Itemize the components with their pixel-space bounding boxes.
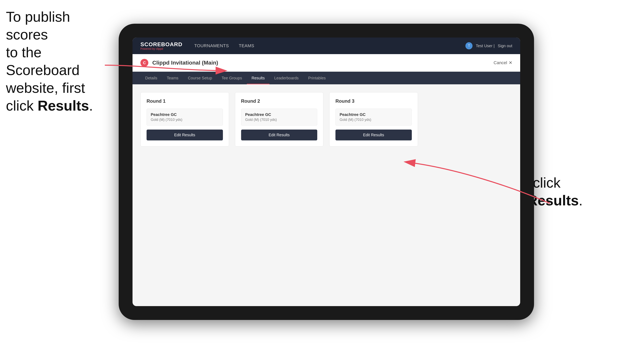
logo-text: SCOREBOARD [140,41,182,48]
tablet-device: SCOREBOARD Powered by clippd TOURNAMENTS… [119,24,534,320]
round-1-course-card: Peachtree GC Gold (M) (7010 yds) [146,109,223,126]
round-3-card: Round 3 Peachtree GC Gold (M) (7010 yds)… [329,92,418,147]
user-name: Test User | [476,44,494,48]
user-avatar: T [466,42,472,49]
round-3-course-card: Peachtree GC Gold (M) (7010 yds) [336,109,412,126]
nav-tournaments[interactable]: TOURNAMENTS [194,43,229,48]
tab-bar: Details Teams Course Setup Tee Groups Re… [132,72,520,84]
tab-printables[interactable]: Printables [304,72,330,84]
rounds-grid: Round 1 Peachtree GC Gold (M) (7010 yds)… [140,92,512,147]
round-2-course-name: Peachtree GC [245,112,313,117]
tournament-header: C Clippd Invitational (Main) Cancel ✕ [132,54,520,72]
sign-out-link[interactable]: Sign out [498,44,512,48]
round-1-course-details: Gold (M) (7010 yds) [151,118,219,122]
round-1-card: Round 1 Peachtree GC Gold (M) (7010 yds)… [140,92,229,147]
tab-results[interactable]: Results [247,72,270,84]
tournament-icon: C [140,59,148,67]
round-2-card: Round 2 Peachtree GC Gold (M) (7010 yds)… [235,92,324,147]
cancel-button[interactable]: Cancel ✕ [494,60,512,65]
instruction-results-bold: Results [38,98,89,114]
tournament-title: Clippd Invitational (Main) [152,60,494,66]
round-3-course-name: Peachtree GC [340,112,408,117]
instruction-left: To publish scores to the Scoreboard webs… [6,8,109,115]
round-2-course-details: Gold (M) (7010 yds) [245,118,313,122]
tab-leaderboards[interactable]: Leaderboards [270,72,303,84]
tab-course-setup[interactable]: Course Setup [183,72,217,84]
round-2-course-card: Peachtree GC Gold (M) (7010 yds) [241,109,318,126]
round-1-label: Round 1 [146,98,223,104]
round-2-edit-results-button[interactable]: Edit Results [241,130,318,140]
round-1-edit-results-button[interactable]: Edit Results [146,130,223,140]
tablet-screen: SCOREBOARD Powered by clippd TOURNAMENTS… [132,37,520,306]
round-1-course-name: Peachtree GC [151,112,219,117]
nav-teams[interactable]: TEAMS [239,43,254,48]
user-area: T Test User | Sign out [466,42,512,49]
round-3-edit-results-button[interactable]: Edit Results [336,130,412,140]
round-3-course-details: Gold (M) (7010 yds) [340,118,408,122]
nav-links: TOURNAMENTS TEAMS [194,43,466,48]
cancel-icon: ✕ [509,60,512,65]
tab-details[interactable]: Details [140,72,162,84]
logo-area: SCOREBOARD Powered by clippd [140,41,182,50]
main-content: Round 1 Peachtree GC Gold (M) (7010 yds)… [132,84,520,155]
round-2-label: Round 2 [241,98,318,104]
tab-tee-groups[interactable]: Tee Groups [217,72,247,84]
instruction-click-text: click [6,98,38,114]
round-3-label: Round 3 [336,98,412,104]
logo-sub: Powered by clippd [140,47,182,50]
top-navigation: SCOREBOARD Powered by clippd TOURNAMENTS… [132,37,520,54]
tab-teams[interactable]: Teams [162,72,183,84]
